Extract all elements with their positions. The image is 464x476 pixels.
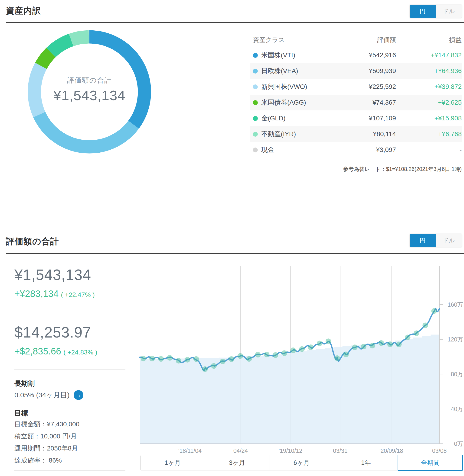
asset-gain: - bbox=[460, 146, 462, 154]
y-axis-label: 120万 bbox=[447, 336, 463, 343]
section-divider bbox=[6, 22, 464, 23]
asset-table: 資産クラス 評価額 損益 米国株(VTI)¥542,916+¥147,832日欧… bbox=[250, 31, 462, 158]
deposit-dot bbox=[378, 340, 384, 346]
x-axis-label: '18/11/04 bbox=[178, 448, 202, 454]
asset-gain: +¥2,625 bbox=[438, 99, 462, 106]
valuation-line bbox=[140, 308, 439, 371]
deposit-dot bbox=[220, 359, 225, 364]
asset-valuation: ¥3,097 bbox=[376, 146, 396, 154]
deposit-dot bbox=[273, 352, 278, 358]
asset-valuation: ¥74,367 bbox=[373, 99, 396, 106]
table-row: 不動産(IYR)¥80,114+¥6,768 bbox=[250, 126, 462, 142]
asset-color-dot-icon bbox=[253, 116, 258, 121]
deposit-dot bbox=[396, 342, 402, 347]
asset-gain: +¥147,832 bbox=[431, 52, 462, 59]
yen-change-percent: ( +22.47% ) bbox=[61, 291, 95, 299]
longterm-discount-title: 長期割 bbox=[14, 379, 35, 388]
deposit-dot bbox=[193, 356, 199, 362]
asset-class-label: 新興国株(VWO) bbox=[261, 82, 307, 91]
table-row: 日欧株(VEA)¥509,939+¥64,936 bbox=[250, 63, 462, 79]
currency-option-unselected[interactable]: ドル bbox=[436, 234, 462, 247]
asset-color-dot-icon bbox=[253, 100, 258, 105]
period-button-unselected[interactable]: 3ヶ月 bbox=[205, 455, 269, 470]
asset-valuation: ¥509,939 bbox=[369, 67, 396, 75]
divider bbox=[14, 369, 126, 370]
period-selector[interactable]: 1ヶ月3ヶ月6ヶ月1年全期間 bbox=[140, 455, 463, 470]
deposit-dot bbox=[290, 347, 296, 353]
deposit-dot bbox=[149, 356, 155, 361]
asset-table-body: 米国株(VTI)¥542,916+¥147,832日欧株(VEA)¥509,93… bbox=[250, 47, 462, 158]
asset-color-dot-icon bbox=[253, 132, 258, 137]
goal-detail-line: 運用期間：2050年8月 bbox=[14, 444, 79, 456]
deposit-dot bbox=[255, 352, 261, 357]
deposit-dot bbox=[387, 341, 393, 347]
asset-valuation: ¥107,109 bbox=[369, 115, 396, 122]
deposit-dot bbox=[422, 323, 428, 328]
deposit-dot bbox=[264, 352, 269, 357]
deposit-dot bbox=[202, 366, 208, 372]
asset-gain: +¥6,768 bbox=[438, 130, 462, 138]
deposit-dot bbox=[405, 335, 410, 340]
deposit-dot bbox=[229, 356, 234, 362]
period-button-unselected[interactable]: 1ヶ月 bbox=[141, 455, 205, 470]
assets-section-title: 資産内訳 bbox=[6, 5, 41, 17]
deposit-dot bbox=[238, 353, 243, 359]
deposit-dot bbox=[352, 345, 358, 350]
deposit-dot bbox=[185, 357, 190, 363]
period-button-selected[interactable]: 全期間 bbox=[397, 455, 463, 471]
x-axis-label: 03/31 bbox=[333, 448, 348, 454]
deposit-dot bbox=[343, 351, 349, 357]
goal-detail-line: 達成確率： 86% bbox=[14, 456, 79, 468]
deposit-dot bbox=[211, 363, 217, 369]
y-axis-label: 0万 bbox=[454, 440, 463, 447]
currency-option-selected[interactable]: 円 bbox=[410, 5, 436, 18]
asset-gain: +¥39,872 bbox=[434, 83, 462, 91]
currency-option-selected[interactable]: 円 bbox=[410, 234, 436, 247]
table-row: 新興国株(VWO)¥225,592+¥39,872 bbox=[250, 79, 462, 95]
total-change-yen: +¥283,134 ( +22.47% ) bbox=[14, 289, 95, 299]
deposit-dot bbox=[141, 356, 146, 361]
total-value-yen: ¥1,543,134 bbox=[14, 266, 91, 283]
period-button-unselected[interactable]: 1年 bbox=[334, 455, 398, 470]
deposit-dot bbox=[334, 355, 340, 361]
longterm-discount-row: 0.05% (34ヶ月目) → bbox=[14, 390, 83, 400]
total-section-title: 評価額の合計 bbox=[6, 236, 59, 247]
goal-title: 目標 bbox=[14, 409, 28, 418]
deposit-dot bbox=[361, 344, 367, 349]
asset-color-dot-icon bbox=[253, 69, 258, 74]
asset-class-label: 現金 bbox=[261, 145, 274, 154]
asset-donut-chart bbox=[24, 27, 155, 157]
asset-color-dot-icon bbox=[253, 148, 258, 152]
y-axis-label: 80万 bbox=[451, 371, 463, 377]
deposit-dot bbox=[317, 341, 322, 346]
currency-toggle-assets[interactable]: 円ドル bbox=[410, 5, 462, 18]
goal-detail-line: 目標金額：¥7,430,000 bbox=[14, 420, 79, 432]
asset-gain: +¥15,908 bbox=[434, 115, 462, 122]
deposit-dot bbox=[281, 350, 287, 356]
principal-area bbox=[140, 335, 439, 444]
deposit-dot bbox=[176, 358, 181, 364]
usd-change-percent: ( +24.83% ) bbox=[63, 349, 97, 356]
table-row: 米国株(VTI)¥542,916+¥147,832 bbox=[250, 47, 462, 63]
deposit-dot bbox=[246, 356, 252, 362]
goal-detail-list: 目標金額：¥7,430,000積立額：10,000 円/月運用期間：2050年8… bbox=[14, 420, 79, 468]
usd-change-amount: +$2,835.66 bbox=[14, 346, 61, 356]
longterm-discount-value: 0.05% (34ヶ月目) bbox=[14, 390, 69, 400]
asset-class-label: 不動産(IYR) bbox=[261, 130, 296, 139]
divider bbox=[14, 309, 126, 309]
period-button-unselected[interactable]: 6ヶ月 bbox=[269, 455, 334, 470]
yen-change-amount: +¥283,134 bbox=[14, 289, 58, 299]
deposit-dot bbox=[308, 345, 313, 350]
currency-option-unselected[interactable]: ドル bbox=[436, 5, 462, 18]
x-axis-label: 03/08 bbox=[432, 448, 447, 454]
column-header-valuation: 評価額 bbox=[377, 36, 396, 44]
goal-detail-line: 積立額：10,000 円/月 bbox=[14, 432, 79, 444]
table-row: 米国債券(AGG)¥74,367+¥2,625 bbox=[250, 95, 462, 110]
deposit-dot bbox=[167, 355, 173, 361]
fx-rate-note: 参考為替レート：$1=¥108.26(2021年3月6日 1時) bbox=[343, 166, 462, 173]
deposit-dot bbox=[299, 346, 305, 352]
currency-toggle-total[interactable]: 円ドル bbox=[410, 234, 462, 247]
longterm-detail-button[interactable]: → bbox=[74, 390, 83, 400]
x-axis-label: '19/10/12 bbox=[279, 448, 302, 454]
deposit-dot bbox=[414, 331, 419, 336]
